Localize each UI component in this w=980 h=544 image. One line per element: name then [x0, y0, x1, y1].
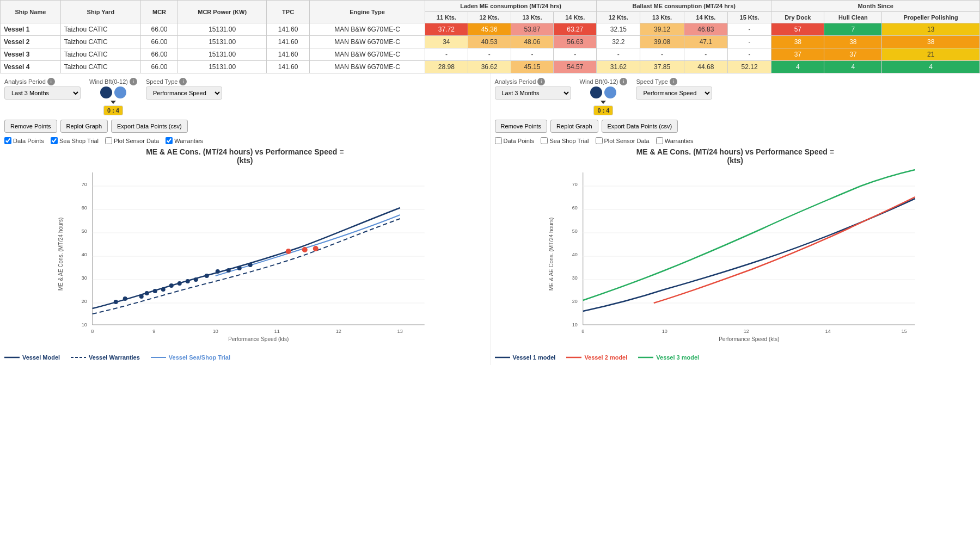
left-export-btn[interactable]: Export Data Points (csv)	[111, 120, 188, 133]
left-data-point	[161, 287, 166, 292]
left-data-point	[248, 263, 253, 267]
vessel-mcr-power: 15131.00	[178, 48, 267, 61]
svg-text:10: 10	[661, 329, 667, 334]
right-remove-points-btn[interactable]: Remove Points	[495, 120, 548, 133]
table-row: Vessel 4Taizhou CATIC66.0015131.00141.60…	[1, 61, 980, 73]
right-wind-label: Wind Bft(0-12) i	[580, 78, 628, 85]
svg-text:70: 70	[82, 182, 87, 187]
right-cb-warranties[interactable]: Warranties	[656, 137, 694, 144]
left-remove-points-btn[interactable]: Remove Points	[4, 120, 57, 133]
right-speed-type-select[interactable]: Performance Speed Log Speed GPS Speed	[636, 86, 712, 100]
left-speed-info-icon[interactable]: i	[179, 78, 187, 85]
right-checkbox-row: Data Points Sea Shop Trial Plot Sensor D…	[495, 137, 976, 144]
right-replot-btn[interactable]: Replot Graph	[550, 120, 598, 133]
vessel-mcr-power: 15131.00	[178, 23, 267, 36]
left-data-point	[194, 277, 198, 282]
svg-text:13: 13	[397, 329, 403, 334]
right-export-btn[interactable]: Export Data Points (csv)	[602, 120, 678, 133]
right-analysis-info-icon[interactable]: i	[537, 78, 545, 85]
left-wind-circles	[100, 86, 126, 98]
svg-text:12: 12	[336, 329, 341, 334]
svg-text:20: 20	[82, 299, 87, 304]
ballast-cell: -	[684, 48, 727, 61]
left-chart-svg: ME & AE Cons. (MT/24 hours) Performance …	[4, 167, 486, 352]
left-wind-arrow	[111, 101, 116, 104]
col-tpc: TPC	[267, 1, 310, 23]
ballast-cell: 39.12	[640, 23, 684, 36]
right-wind-info-icon[interactable]: i	[620, 78, 627, 85]
right-cb-sea-shop[interactable]: Sea Shop Trial	[541, 137, 589, 144]
right-cb-data-points[interactable]: Data Points	[495, 137, 535, 144]
ballast-cell: 32.15	[597, 23, 640, 36]
vessel-mcr: 66.00	[140, 36, 177, 48]
left-wind-info-icon[interactable]: i	[130, 78, 137, 85]
right-chart-svg: ME & AE Cons. (MT/24 hours) Performance …	[495, 167, 976, 352]
vessel-tpc: 141.60	[267, 36, 310, 48]
right-analysis-period-select[interactable]: Last 3 Months Last 1 Month Last 6 Months…	[495, 86, 571, 100]
left-analysis-period-select[interactable]: Last 3 Months Last 1 Month Last 6 Months…	[4, 86, 81, 100]
laden-cell: -	[425, 48, 468, 61]
vessel-tpc: 141.60	[267, 48, 310, 61]
col-ballast-13: 13 Kts.	[640, 12, 684, 23]
right-speed-type-group: Speed Type i Performance Speed Log Speed…	[636, 78, 712, 100]
left-cb-sensor[interactable]: Plot Sensor Data	[105, 137, 159, 144]
col-laden-12: 12 Kts.	[468, 12, 511, 23]
table-row: Vessel 3Taizhou CATIC66.0015131.00141.60…	[1, 48, 980, 61]
right-wind-circle-light	[604, 86, 616, 98]
laden-cell: 28.98	[425, 61, 468, 73]
ballast-cell: 31.62	[597, 61, 640, 73]
svg-text:20: 20	[572, 299, 577, 304]
right-speed-info-icon[interactable]: i	[670, 78, 677, 85]
right-wind-value[interactable]: 0 : 4	[593, 106, 613, 115]
laden-cell: -	[511, 48, 554, 61]
left-replot-btn[interactable]: Replot Graph	[60, 120, 108, 133]
ballast-cell: 44.68	[684, 61, 727, 73]
left-analysis-label: Analysis Period i	[4, 78, 81, 85]
left-wind-value[interactable]: 0 : 4	[103, 106, 123, 115]
left-btn-row: Remove Points Replot Graph Export Data P…	[4, 120, 486, 133]
laden-cell: 48.06	[511, 36, 554, 48]
col-ballast-me: Ballast ME consumption (MT/24 hrs)	[597, 1, 771, 12]
ballast-cell: 39.08	[640, 36, 684, 48]
vessel-mcr: 66.00	[140, 48, 177, 61]
col-ship-yard: Ship Yard	[60, 1, 140, 23]
ballast-cell: 52.12	[727, 61, 771, 73]
left-cb-sea-shop[interactable]: Sea Shop Trial	[51, 137, 99, 144]
vessel-engine: MAN B&W 6G70ME-C	[310, 48, 425, 61]
right-wind-circle-dark	[590, 86, 602, 98]
svg-text:10: 10	[213, 329, 218, 334]
col-month-since: Month Since	[771, 1, 980, 12]
left-analysis-period-group: Analysis Period i Last 3 Months Last 1 M…	[4, 78, 81, 100]
left-outlier-point	[313, 246, 318, 251]
ballast-cell: -	[640, 48, 684, 61]
svg-text:40: 40	[82, 252, 87, 257]
col-mcr: MCR	[140, 1, 177, 23]
right-wind-arrow	[601, 101, 606, 104]
svg-text:60: 60	[572, 205, 577, 211]
laden-cell: -	[468, 48, 511, 61]
vessel-mcr-power: 15131.00	[178, 61, 267, 73]
left-data-point	[123, 296, 127, 301]
left-data-point	[226, 268, 231, 273]
right-legend-vessel1: Vessel 1 model	[495, 354, 556, 361]
right-controls: Analysis Period i Last 3 Months Last 1 M…	[495, 78, 976, 115]
svg-text:50: 50	[82, 228, 87, 234]
left-data-point	[139, 294, 144, 299]
col-propeller: Propeller Polishing	[882, 12, 980, 23]
laden-cell: 45.15	[511, 61, 554, 73]
left-cb-warranties[interactable]: Warranties	[166, 137, 203, 144]
svg-text:Performance Speed (kts): Performance Speed (kts)	[228, 336, 289, 342]
left-cb-data-points[interactable]: Data Points	[4, 137, 44, 144]
left-speed-type-select[interactable]: Performance Speed Log Speed GPS Speed	[146, 86, 222, 100]
month-cell: 38	[771, 36, 824, 48]
main-panels: Analysis Period i Last 3 Months Last 1 M…	[0, 73, 980, 365]
left-analysis-info-icon[interactable]: i	[47, 78, 55, 85]
left-vessel-model-line	[93, 208, 400, 308]
left-data-point	[145, 291, 149, 295]
right-cb-sensor[interactable]: Plot Sensor Data	[596, 137, 650, 144]
right-panel: Analysis Period i Last 3 Months Last 1 M…	[491, 73, 981, 365]
vessel-yard: Taizhou CATIC	[60, 36, 140, 48]
left-chart-container: ME & AE Cons. (MT/24 hours) Performance …	[4, 167, 486, 352]
left-chart-title: ME & AE Cons. (MT/24 hours) vs Performan…	[4, 147, 486, 165]
svg-text:ME & AE Cons. (MT/24 hours): ME & AE Cons. (MT/24 hours)	[58, 218, 64, 291]
